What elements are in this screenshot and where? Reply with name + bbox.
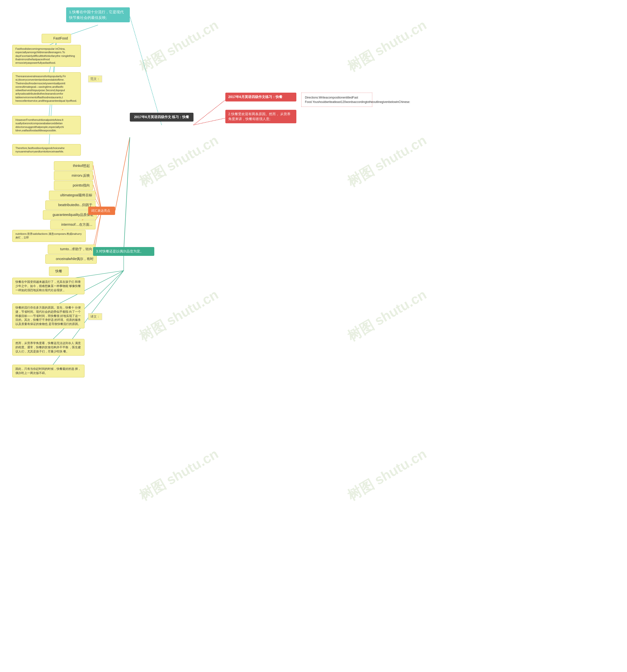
vocab-1: thinkof想起 <box>54 161 93 171</box>
svg-line-3 <box>115 137 130 211</box>
watermark-4: 树图 shutu.cn <box>344 131 430 191</box>
central-node: 2017年6月英语四级作文 练习：快餐 <box>130 113 194 122</box>
outline-3-node: 3.对快餐还是以偶尔品尝为宜。 <box>93 247 154 256</box>
cn-para-3: 然而，从营养学角度看，快餐远无法达到令人 满意的程度。通常，快餐的饮食结构并不平… <box>12 339 84 356</box>
cn-para-4: 因此，只有当你赶时间的时候，快餐最好的选 择，偶尔吃上一两次饭不碍。 <box>12 365 84 378</box>
watermark-2: 树图 shutu.cn <box>344 16 430 76</box>
para1-english: Fastfoodisbecomingmorepopular inChina, e… <box>12 45 81 67</box>
para3-english: HoweverFromthenutritionalpointofview.It … <box>12 116 81 134</box>
fastfood-label: FastFood <box>42 34 71 43</box>
right-outline-title: 2017年6月英语四级作文练习：快餐 <box>225 93 296 101</box>
vocab-7: intermsof:...在方面... <box>50 220 96 230</box>
cn-para-1: 快餐在中国变得越来越流行了，尤其在孩子们 和青少年之中。如今，很难想象某一种事物… <box>12 278 84 294</box>
vocab-label: 词汇表达亮点 <box>88 207 115 215</box>
watermark-3: 树图 shutu.cn <box>136 131 222 191</box>
vocab-4: ultimategoal最终目标 <box>49 191 96 200</box>
translate-label: 译文： <box>88 313 102 320</box>
para4-english: Therefore,fastfoodisonlyagoodchoicewhe n… <box>12 144 81 155</box>
svg-line-1 <box>194 100 225 125</box>
svg-line-5 <box>71 25 98 34</box>
svg-line-0 <box>130 16 161 125</box>
watermark-7: 树图 shutu.cn <box>136 445 222 505</box>
mindmap-container: 树图 shutu.cn 树图 shutu.cn 树图 shutu.cn 树图 s… <box>0 0 627 672</box>
vocab-8: nutritionn.营养satisfactionn.满意composev.构成… <box>12 230 86 242</box>
svg-line-4 <box>124 137 130 252</box>
right-desc-box: Directions:WriteacompositionentitledFast… <box>301 93 372 107</box>
watermark-8: 树图 shutu.cn <box>344 445 430 505</box>
svg-line-2 <box>194 118 225 125</box>
vocab-9: turnto...求助于，转向 <box>48 245 96 254</box>
watermark-6: 树图 shutu.cn <box>344 286 430 346</box>
cn-para-2: 快餐的流行存在多方面的原因。首先，快餐十 分便捷，节省时间。现代社会的趋势似乎都… <box>12 304 84 329</box>
watermark-5: 树图 shutu.cn <box>136 286 222 346</box>
vocab-3: pointto指向 <box>54 181 93 190</box>
right-outline-2: 2.快餐受欢迎有两条原因。然而， 从营养角度来讲，快餐却差强人意; <box>225 110 296 123</box>
cn-title: 快餐 <box>49 267 69 276</box>
vocab-2: mirrorv.反映 <box>54 171 93 181</box>
watermark-1: 树图 shutu.cn <box>136 16 222 76</box>
para2-english: Thereareseveralreasonsforitspopularity.F… <box>12 72 81 105</box>
fanwen-label: 范文： <box>88 75 102 82</box>
outline-1-node: 1.快餐在中国十分流行，它是现代 快节奏社会的最佳反映; <box>66 7 130 22</box>
vocab-10: onceinalwhile偶尔，有时 <box>45 255 97 264</box>
